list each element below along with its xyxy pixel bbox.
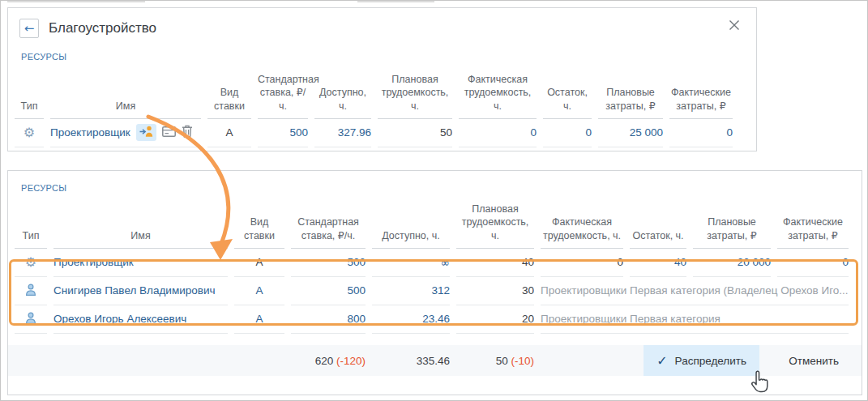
resource-name-link[interactable]: Орехов Игорь Алексеевич xyxy=(53,313,186,325)
available-cell[interactable]: ∞ xyxy=(372,249,450,277)
check-icon: ✓ xyxy=(656,353,667,369)
person-add-icon xyxy=(139,126,153,139)
table-row: ⚙ Проектировщик xyxy=(15,119,733,147)
distribution-table: Тип Имя Вид ставки Стандартная ставка, ₽… xyxy=(8,193,855,334)
panel-header: ← Благоустройство xyxy=(8,8,756,38)
cropped-toolbar-remnant xyxy=(357,1,434,2)
delete-button[interactable] xyxy=(182,125,193,140)
table-header-row: Тип Имя Вид ставки Стандартная ставка, ₽… xyxy=(15,63,733,119)
col-actual-effort: Фактическая трудоемкость, ч. xyxy=(459,63,537,119)
gear-icon: ⚙ xyxy=(24,126,35,139)
resource-name-cell: Проектировщик xyxy=(50,119,201,147)
remaining-cell[interactable]: 40 xyxy=(630,249,686,277)
footer-bar: 620 (-120) 335.46 50 (-10) ✓ Распределит… xyxy=(8,345,862,376)
back-button[interactable]: ← xyxy=(19,19,39,38)
col-planned-cost: Плановые затраты, ₽ xyxy=(693,193,771,249)
resource-name-link[interactable]: Снигирев Павел Владимирович xyxy=(53,284,215,296)
resource-type-cell xyxy=(15,277,47,305)
close-icon xyxy=(729,19,746,31)
resource-name-cell: Орехов Игорь Алексеевич xyxy=(53,305,228,334)
standard-rate-cell[interactable]: 500 xyxy=(291,277,366,305)
table-header-row: Тип Имя Вид ставки Стандартная ставка, ₽… xyxy=(15,193,849,249)
planned-effort-cell: 50 xyxy=(378,119,452,147)
available-cell[interactable]: 312 xyxy=(372,277,450,305)
back-arrow-icon: ← xyxy=(24,21,35,36)
col-planned-cost: Плановые затраты, ₽ xyxy=(598,63,663,119)
planned-effort-cell: 20 xyxy=(456,305,534,334)
col-type: Тип xyxy=(15,193,47,249)
page-title: Благоустройство xyxy=(49,20,156,36)
actual-cost-cell[interactable]: 0 xyxy=(777,249,849,277)
planned-effort-cell: 40 xyxy=(456,249,534,277)
rate-type-cell[interactable]: А xyxy=(234,305,284,334)
cancel-button[interactable]: Отменить xyxy=(777,345,850,376)
remaining-cell[interactable]: 0 xyxy=(543,119,592,147)
resource-editor-panel: ← Благоустройство РЕСУРСЫ Тип Имя Вид ст… xyxy=(7,7,757,151)
table-row-person: Снигирев Павел Владимирович А 500 312 30… xyxy=(15,277,849,305)
col-available: Доступно, ч. xyxy=(314,63,371,119)
available-cell[interactable]: 23.46 xyxy=(372,305,450,334)
col-rate-type: Вид ставки xyxy=(234,193,284,249)
resource-type-cell: ⚙ xyxy=(15,119,44,147)
col-planned-effort: Плановая трудоемкость, ч. xyxy=(456,193,534,249)
actual-effort-cell[interactable]: 0 xyxy=(459,119,537,147)
resources-table: Тип Имя Вид ставки Стандартная ставка, ₽… xyxy=(8,63,739,147)
planned-cost-cell[interactable]: 25 000 xyxy=(598,119,663,147)
table-row-person: Орехов Игорь Алексеевич А 800 23.46 20 П… xyxy=(15,305,849,334)
standard-rate-cell[interactable]: 500 xyxy=(258,119,308,147)
total-available: 335.46 xyxy=(372,345,450,376)
rate-type-cell[interactable]: А xyxy=(234,277,284,305)
assign-person-button[interactable] xyxy=(136,124,156,141)
planned-cost-cell[interactable]: 20 000 xyxy=(693,249,771,277)
col-name: Имя xyxy=(53,193,228,249)
total-planned-effort-delta: (-10) xyxy=(511,355,534,367)
col-planned-effort: Плановая трудоемкость, ч. xyxy=(378,63,452,119)
col-remaining: Остаток, ч. xyxy=(630,193,686,249)
col-type: Тип xyxy=(15,63,44,119)
distribute-button-label: Распределить xyxy=(675,355,746,367)
total-standard-rate-delta: (-120) xyxy=(336,355,366,367)
resources-section-label: РЕСУРСЫ xyxy=(8,52,756,62)
close-button[interactable] xyxy=(729,16,746,34)
actual-cost-cell[interactable]: 0 xyxy=(669,119,733,147)
screen: ← Благоустройство РЕСУРСЫ Тип Имя Вид ст… xyxy=(0,0,868,401)
col-standard-rate: Стандартная ставка, ₽/ч. xyxy=(258,63,308,119)
table-row-role: ⚙ Проектировщик А 500 ∞ 40 0 40 20 000 0 xyxy=(15,249,849,277)
available-cell[interactable]: 327.96 xyxy=(314,119,371,147)
resource-name-link[interactable]: Проектировщик xyxy=(53,256,134,268)
resource-distribution-panel: РЕСУРСЫ Тип Имя Вид ставки Стандартная с… xyxy=(7,170,862,395)
col-actual-cost: Фактические затраты, ₽ xyxy=(669,63,733,119)
rate-type-cell: А xyxy=(207,119,251,147)
resources-section-label: РЕСУРСЫ xyxy=(8,183,862,193)
total-planned-effort: 50 (-10) xyxy=(456,345,534,376)
resource-name-cell: Проектировщик xyxy=(53,249,228,277)
person-icon xyxy=(24,286,37,298)
details-card-button[interactable] xyxy=(162,126,176,139)
rate-type-cell: А xyxy=(234,249,284,277)
actual-effort-cell: 0 xyxy=(541,249,623,277)
col-rate-type: Вид ставки xyxy=(207,63,251,119)
cropped-toolbar-remnant xyxy=(7,1,145,2)
person-icon xyxy=(24,314,37,326)
col-standard-rate: Стандартная ставка, ₽/ч. xyxy=(291,193,366,249)
col-actual-cost: Фактические затраты, ₽ xyxy=(777,193,849,249)
standard-rate-cell[interactable]: 800 xyxy=(291,305,366,334)
category-cell: Проектировщики Первая категория xyxy=(541,305,849,334)
col-actual-effort: Фактическая трудоемкость, ч. xyxy=(541,193,623,249)
category-cell: Проектировщики Первая категория (Владеле… xyxy=(541,277,849,305)
col-name: Имя xyxy=(50,63,201,119)
standard-rate-cell[interactable]: 500 xyxy=(291,249,366,277)
distribute-button[interactable]: ✓ Распределить xyxy=(644,345,759,376)
resource-type-cell xyxy=(15,305,47,334)
total-standard-rate: 620 (-120) xyxy=(291,345,366,376)
col-remaining: Остаток, ч. xyxy=(543,63,592,119)
planned-effort-cell: 30 xyxy=(456,277,534,305)
resource-type-cell: ⚙ xyxy=(15,249,47,277)
id-card-icon xyxy=(162,126,176,139)
gear-modified-icon: ⚙ xyxy=(25,256,36,269)
resource-name-link[interactable]: Проектировщик xyxy=(50,126,130,139)
col-available: Доступно, ч. xyxy=(372,193,450,249)
resource-name-cell: Снигирев Павел Владимирович xyxy=(53,277,228,305)
trash-icon xyxy=(182,125,193,140)
